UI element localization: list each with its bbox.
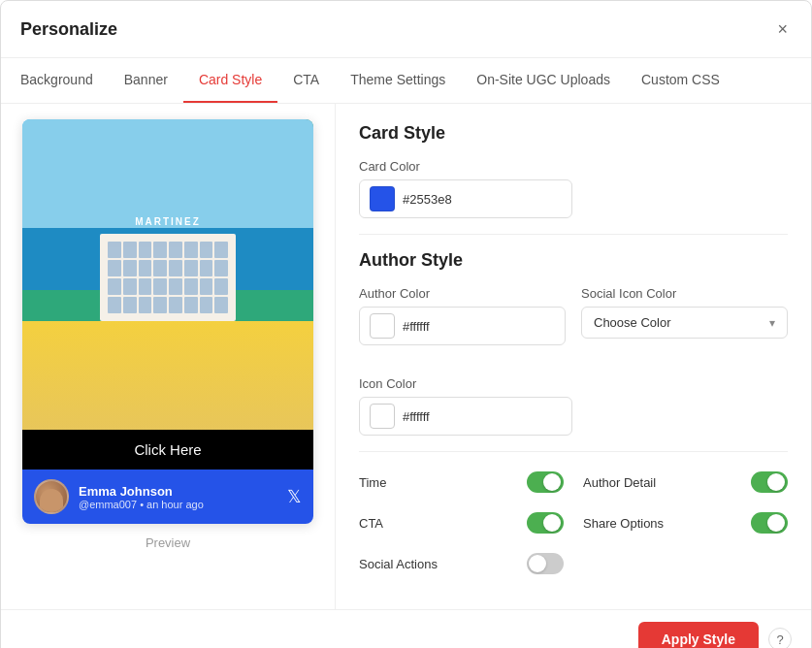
card-preview: Click Here Emma Johnson @emma007 • an ho… bbox=[22, 119, 313, 524]
close-button[interactable]: × bbox=[773, 16, 792, 42]
twitter-icon: 𝕏 bbox=[287, 486, 302, 507]
tab-on-site-ugc[interactable]: On-Site UGC Uploads bbox=[461, 58, 626, 103]
hotel-window bbox=[214, 242, 228, 258]
icon-color-input[interactable] bbox=[359, 397, 572, 436]
author-color-swatch bbox=[370, 313, 395, 339]
hotel-window bbox=[200, 242, 213, 258]
icon-color-hex[interactable] bbox=[403, 409, 480, 424]
card-color-group: Card Color bbox=[359, 159, 788, 218]
hotel-window bbox=[108, 242, 121, 258]
tab-background[interactable]: Background bbox=[20, 58, 109, 103]
hotel-window bbox=[123, 297, 137, 313]
hotel-window bbox=[214, 297, 228, 313]
hotel-window bbox=[169, 260, 182, 276]
hotel-windows bbox=[100, 234, 236, 321]
hotel-window bbox=[108, 278, 121, 295]
social-icon-color-value: Choose Color bbox=[594, 315, 671, 330]
card-style-section-title: Card Style bbox=[359, 123, 788, 144]
author-color-group: Author Color bbox=[359, 286, 566, 345]
author-text: Emma Johnson @emma007 • an hour ago bbox=[79, 484, 204, 510]
tab-card-style[interactable]: Card Style bbox=[183, 58, 277, 103]
social-icon-color-label: Social Icon Color bbox=[581, 286, 788, 301]
hotel-window bbox=[153, 242, 167, 258]
modal-footer: Apply Style ? bbox=[1, 609, 811, 648]
hotel-window bbox=[139, 242, 152, 258]
author-detail-toggle-row: Author Detail bbox=[583, 468, 788, 497]
hotel-window bbox=[139, 297, 152, 313]
author-detail-toggle[interactable] bbox=[751, 471, 788, 493]
divider-1 bbox=[359, 234, 788, 235]
content-area: Click Here Emma Johnson @emma007 • an ho… bbox=[1, 104, 811, 609]
hotel-window bbox=[169, 278, 182, 295]
cta-toggle-row: CTA bbox=[359, 508, 564, 537]
social-actions-label: Social Actions bbox=[359, 557, 438, 571]
hotel-window bbox=[153, 260, 167, 276]
time-label: Time bbox=[359, 475, 386, 490]
tab-custom-css[interactable]: Custom CSS bbox=[626, 58, 735, 103]
preview-panel: Click Here Emma Johnson @emma007 • an ho… bbox=[1, 104, 336, 609]
avatar-face bbox=[40, 489, 63, 512]
author-fields-row: Author Color Social Icon Color Choose Co… bbox=[359, 286, 788, 361]
modal-header: Personalize × bbox=[1, 1, 811, 58]
tab-bar: Background Banner Card Style CTA Theme S… bbox=[1, 58, 811, 104]
time-toggle[interactable] bbox=[527, 471, 564, 493]
tab-cta[interactable]: CTA bbox=[277, 58, 335, 103]
hotel-window bbox=[214, 260, 228, 276]
hotel-window bbox=[153, 297, 167, 313]
hotel-window bbox=[184, 297, 198, 313]
cta-toggle[interactable] bbox=[527, 512, 564, 534]
tab-theme-settings[interactable]: Theme Settings bbox=[335, 58, 461, 103]
hotel-window bbox=[108, 297, 121, 313]
social-icon-color-group: Social Icon Color Choose Color ▾ bbox=[581, 286, 788, 345]
author-color-label: Author Color bbox=[359, 286, 566, 301]
hotel-window bbox=[123, 260, 137, 276]
card-color-hex[interactable] bbox=[403, 192, 480, 207]
hotel-window bbox=[169, 297, 182, 313]
settings-panel: Card Style Card Color Author Style Autho… bbox=[336, 104, 811, 609]
hotel-window bbox=[200, 297, 213, 313]
author-style-section-title: Author Style bbox=[359, 250, 788, 271]
hotel-window bbox=[169, 242, 182, 258]
card-image bbox=[22, 119, 313, 430]
card-color-swatch bbox=[370, 186, 395, 211]
social-actions-toggle[interactable] bbox=[527, 553, 564, 574]
author-detail-label: Author Detail bbox=[583, 475, 656, 490]
hotel-window bbox=[184, 278, 198, 295]
author-color-input[interactable] bbox=[359, 307, 566, 345]
hotel-window bbox=[123, 242, 137, 258]
preview-label: Preview bbox=[146, 535, 190, 550]
hotel-window bbox=[200, 278, 213, 295]
cta-label: CTA bbox=[359, 516, 383, 531]
share-options-toggle[interactable] bbox=[751, 512, 788, 534]
icon-color-swatch bbox=[370, 404, 395, 429]
hotel-window bbox=[153, 278, 167, 295]
hotel-window bbox=[123, 278, 137, 295]
author-info: Emma Johnson @emma007 • an hour ago bbox=[34, 479, 204, 514]
card-color-input[interactable] bbox=[359, 179, 572, 218]
icon-color-label: Icon Color bbox=[359, 376, 788, 391]
share-options-label: Share Options bbox=[583, 516, 664, 531]
author-bar: Emma Johnson @emma007 • an hour ago 𝕏 bbox=[22, 470, 313, 524]
hotel-window bbox=[214, 278, 228, 295]
hotel-window bbox=[184, 242, 198, 258]
hotel-window bbox=[108, 260, 121, 276]
toggle-rows: Time Author Detail CTA Share Options Soc… bbox=[359, 468, 788, 578]
avatar bbox=[34, 479, 69, 514]
modal: Personalize × Background Banner Card Sty… bbox=[0, 0, 812, 648]
social-actions-toggle-row: Social Actions bbox=[359, 549, 564, 578]
modal-title: Personalize bbox=[20, 19, 117, 40]
tab-banner[interactable]: Banner bbox=[109, 58, 183, 103]
social-icon-color-select[interactable]: Choose Color ▾ bbox=[581, 307, 788, 339]
cta-bar[interactable]: Click Here bbox=[22, 430, 313, 470]
divider-2 bbox=[359, 451, 788, 452]
hotel-window bbox=[184, 260, 198, 276]
author-handle: @emma007 • an hour ago bbox=[79, 499, 204, 510]
apply-style-button[interactable]: Apply Style bbox=[638, 622, 759, 648]
icon-color-group: Icon Color bbox=[359, 376, 788, 436]
share-options-toggle-row: Share Options bbox=[583, 508, 788, 537]
author-color-hex[interactable] bbox=[403, 319, 480, 334]
hotel-window bbox=[139, 260, 152, 276]
help-icon[interactable]: ? bbox=[768, 628, 792, 648]
hotel-window bbox=[139, 278, 152, 295]
hotel-window bbox=[200, 260, 213, 276]
